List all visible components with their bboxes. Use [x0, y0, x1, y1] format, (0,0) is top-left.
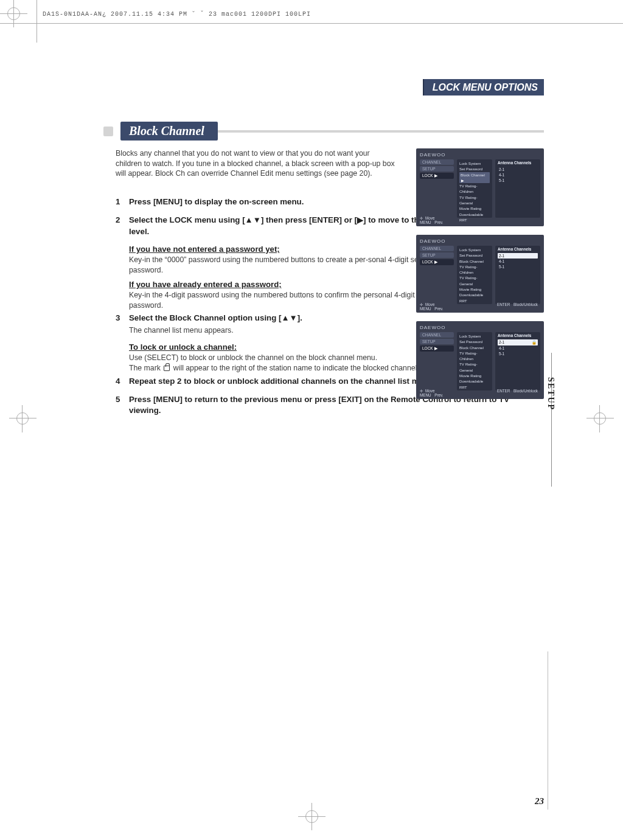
menu-item-selected: Block Channel ▶	[459, 172, 490, 184]
footer-move: Move	[425, 389, 434, 393]
menu-item: Set Password	[459, 339, 490, 344]
menu-item: Block Channel	[459, 259, 490, 264]
footer-prev: Prev.	[434, 307, 443, 311]
menu-item: TV Rating-Children	[459, 264, 490, 276]
steps-list: 1 Press [MENU] to display the on-screen …	[116, 196, 468, 424]
registration-mark	[586, 405, 614, 432]
step-number: 5	[116, 394, 129, 417]
chevron-right-icon: ▶	[434, 346, 438, 351]
text-fragment: will appear to the right of the station …	[173, 364, 419, 372]
footer-enter: ENTER	[497, 389, 510, 393]
channel-row: 4-1	[498, 172, 538, 178]
lock-icon	[164, 366, 170, 371]
tv-screen-2: DAEWOO CHANNEL SETUP LOCK ▶ Lock System …	[416, 235, 544, 313]
tab-lock: LOCK ▶	[420, 173, 454, 179]
registration-mark	[9, 405, 37, 432]
menu-item: TV Rating-Children	[459, 183, 490, 195]
menu-item: TV Rating-General	[459, 275, 490, 286]
tv-screen-3: DAEWOO CHANNEL SETUP LOCK ▶ Lock System …	[416, 321, 544, 399]
tv-screenshots: DAEWOO CHANNEL SETUP LOCK ▶ Lock System …	[416, 148, 544, 399]
footer-enter: ENTER	[497, 302, 510, 307]
intro-paragraph: Blocks any channel that you do not want …	[116, 148, 395, 179]
tv-brand: DAEWOO	[420, 325, 540, 330]
text-fragment: The mark	[129, 364, 162, 372]
section-title: Block Channel	[120, 122, 218, 141]
step-number: 3	[116, 313, 129, 335]
crop-line	[0, 23, 623, 24]
side-tab: SETUP	[545, 353, 559, 487]
move-arrows-icon: ✢	[420, 216, 423, 220]
tab-channel: CHANNEL	[420, 246, 454, 251]
tv-footer: ✢MoveMENU Prev. ENTER Block/Unblock	[420, 302, 540, 311]
print-job-header: DA1S-0N1DAA-AN¿ 2007.11.15 4:34 PM ˘ ˇ 2…	[43, 11, 311, 18]
tab-setup: SETUP	[420, 252, 454, 258]
menu-key-icon: MENU	[420, 307, 431, 311]
menu-item: Lock System	[459, 333, 490, 339]
step-number: 2	[116, 215, 129, 237]
step-3: 3 Select the Block Channel option using …	[116, 313, 468, 335]
tab-lock: LOCK ▶	[420, 259, 454, 265]
tv-right-panel: Antenna Channels 2-1 4-1 5-1	[495, 246, 540, 304]
tv-right-panel: Antenna Channels 2-1🔒 4-1 5-1	[495, 332, 540, 390]
step-text: Repeat step 2 to block or unblock additi…	[129, 377, 436, 386]
menu-item: Set Password	[459, 166, 490, 172]
registration-mark	[298, 803, 325, 830]
tv-brand: DAEWOO	[420, 238, 540, 244]
tab-setup: SETUP	[420, 166, 454, 172]
step-number: 4	[116, 376, 129, 387]
tv-menu-list: Lock System Set Password Block Channel T…	[457, 332, 492, 390]
page-margin-line	[548, 651, 548, 810]
channel-row: 4-1	[498, 259, 538, 264]
menu-item: TV Rating-General	[459, 361, 490, 373]
step-text: Select the Block Channel option using [▲…	[129, 313, 302, 322]
panel-title: Antenna Channels	[498, 333, 538, 338]
menu-item: Set Password	[459, 252, 490, 258]
tv-brand: DAEWOO	[420, 152, 540, 158]
tab-lock: LOCK ▶	[420, 345, 454, 352]
side-tab-label: SETUP	[546, 377, 555, 411]
move-arrows-icon: ✢	[420, 389, 423, 393]
channel-row-selected: 2-1	[498, 253, 538, 259]
step-text: Select the LOCK menu using [▲▼] then pre…	[129, 215, 454, 235]
tv-menu-list: Lock System Set Password Block Channel T…	[457, 246, 492, 304]
channel-row-locked: 2-1🔒	[498, 339, 538, 345]
channel-row: 4-1	[498, 345, 538, 351]
panel-title: Antenna Channels	[498, 247, 538, 251]
footer-block: Block/Unblock	[513, 302, 538, 307]
tv-side-tabs: CHANNEL SETUP LOCK ▶	[420, 332, 454, 390]
panel-title: Antenna Channels	[498, 161, 538, 165]
lock-icon: 🔒	[532, 340, 537, 345]
tv-right-panel: Antenna Channels 2-1 4-1 5-1	[495, 159, 540, 218]
chevron-right-icon: ▶	[461, 178, 464, 183]
tv-side-tabs: CHANNEL SETUP LOCK ▶	[420, 159, 454, 218]
title-row: Block Channel	[103, 122, 544, 141]
menu-key-icon: MENU	[420, 393, 431, 397]
tab-channel: CHANNEL	[420, 332, 454, 338]
footer-block: Block/Unblock	[513, 389, 538, 393]
page-number: 23	[535, 796, 544, 807]
menu-item: TV Rating-General	[459, 195, 490, 206]
footer-prev: Prev.	[434, 393, 443, 397]
crop-line	[37, 0, 37, 43]
tab-channel: CHANNEL	[420, 159, 454, 165]
step-1: 1 Press [MENU] to display the on-screen …	[116, 196, 468, 207]
section-header-text: LOCK MENU OPTIONS	[433, 82, 538, 92]
menu-item: Lock System	[459, 247, 490, 252]
step-number: 1	[116, 196, 129, 207]
channel-row: 5-1	[498, 264, 538, 269]
step-2: 2 Select the LOCK menu using [▲▼] then p…	[116, 215, 468, 237]
tv-menu-list: Lock System Set Password Block Channel ▶…	[457, 159, 492, 218]
menu-key-icon: MENU	[420, 220, 431, 224]
title-rule	[218, 130, 544, 133]
menu-item: Movie Rating	[459, 373, 490, 378]
menu-item: TV Rating-Children	[459, 350, 490, 362]
menu-item: Lock System	[459, 161, 490, 166]
move-arrows-icon: ✢	[420, 302, 423, 307]
chevron-right-icon: ▶	[434, 260, 438, 265]
footer-prev: Prev.	[434, 220, 443, 224]
tv-side-tabs: CHANNEL SETUP LOCK ▶	[420, 246, 454, 304]
chevron-right-icon: ▶	[434, 173, 438, 178]
menu-item: Block Channel	[459, 345, 490, 350]
channel-row: 5-1	[498, 178, 538, 183]
tv-footer: ✢MoveMENU Prev. ENTER Block/Unblock	[420, 389, 540, 397]
